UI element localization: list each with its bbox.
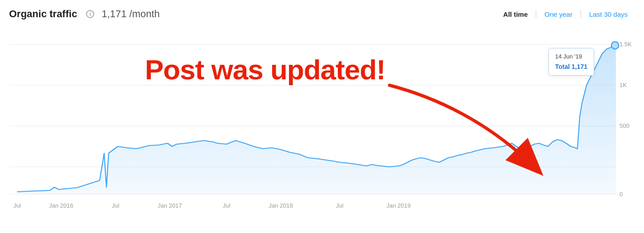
filter-last-30[interactable]: Last 30 days [582, 9, 635, 20]
svg-text:Jul: Jul [336, 202, 344, 209]
chart-header: Organic traffic i 1,171 /month All time … [9, 0, 635, 24]
tooltip-label: Total [555, 63, 572, 70]
svg-text:0: 0 [620, 191, 623, 198]
filter-all-time[interactable]: All time [496, 9, 535, 20]
filter-divider-2 [581, 10, 581, 18]
svg-text:1.5K: 1.5K [620, 41, 632, 48]
svg-text:500: 500 [620, 122, 630, 129]
filter-divider-1 [536, 10, 536, 18]
filter-one-year[interactable]: One year [537, 9, 580, 20]
page-container: Organic traffic i 1,171 /month All time … [0, 0, 644, 233]
info-icon[interactable]: i [86, 10, 94, 18]
svg-text:1K: 1K [620, 82, 627, 88]
svg-text:Jul: Jul [223, 202, 231, 209]
svg-text:Jul: Jul [14, 202, 21, 209]
tooltip-value: Total 1,171 [555, 62, 587, 72]
svg-text:Jan 2018: Jan 2018 [269, 202, 293, 209]
svg-text:Jan 2019: Jan 2019 [386, 202, 411, 209]
time-filters: All time One year Last 30 days [496, 9, 635, 20]
chart-area: 1.5K 1K 500 0 Jul Jan 2016 Jul Jan 2017 … [9, 26, 635, 212]
tooltip-date: 14 Jun '19 [555, 52, 587, 62]
chart-tooltip: 14 Jun '19 Total 1,171 [548, 48, 594, 76]
svg-text:Jan 2017: Jan 2017 [158, 202, 182, 209]
svg-text:Jul: Jul [112, 202, 120, 209]
metric-value: 1,171 /month [101, 8, 159, 20]
chart-title: Organic traffic [9, 8, 77, 20]
chart-svg: 1.5K 1K 500 0 Jul Jan 2016 Jul Jan 2017 … [9, 26, 635, 212]
header-left: Organic traffic i 1,171 /month [9, 8, 160, 20]
tooltip-number-val: 1,171 [572, 63, 587, 70]
svg-point-17 [611, 42, 619, 49]
svg-text:Jan 2016: Jan 2016 [49, 202, 73, 209]
